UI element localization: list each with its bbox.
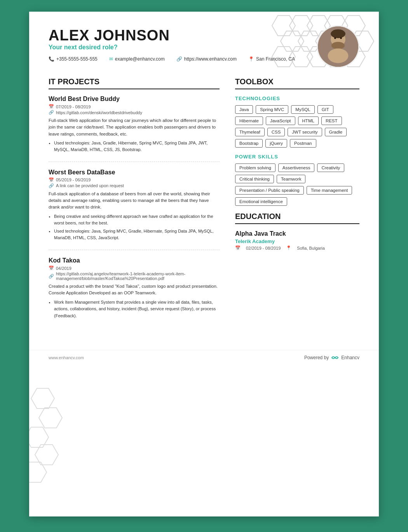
- it-projects-title: IT PROJECTS: [49, 77, 220, 89]
- avatar: [317, 25, 359, 68]
- candidate-role: Your next desired role?: [49, 44, 359, 51]
- skill-tag: Teamwork: [277, 175, 305, 183]
- svg-point-22: [331, 42, 345, 49]
- svg-point-25: [334, 37, 336, 39]
- skill-tag: Emotional intelligence: [235, 197, 287, 206]
- technology-tag: Hibernate: [235, 116, 263, 125]
- bullet-item: Used technologies: Java, Spring MVC, Gra…: [54, 228, 220, 242]
- svg-marker-15: [31, 388, 54, 409]
- phone-icon: 📞: [49, 56, 54, 62]
- technology-tag: CSS: [267, 128, 285, 136]
- technologies-tags: JavaSpring MVCMySQLGITHibernateJavaScrip…: [235, 105, 359, 148]
- technology-tag: Gradle: [325, 128, 347, 136]
- edu-institution: Telerik Academy: [235, 238, 359, 244]
- skill-tag: Creativity: [317, 163, 344, 172]
- link-icon: 🔗: [49, 274, 54, 279]
- project-bullets: Used technologies: Java, Gradle, Hiberna…: [49, 140, 220, 153]
- main-content: IT PROJECTS World Best Drive Buddy 📅 07/…: [29, 73, 379, 350]
- technology-tag: JWT security: [288, 128, 322, 136]
- candidate-name: ALEX JOHNSON: [49, 27, 359, 44]
- resume-page: ALEX JOHNSON Your next desired role? 📞 +…: [29, 12, 379, 516]
- website-value: https://www.enhancv.com: [184, 56, 237, 62]
- edu-meta: 📅 02/2019 - 08/2019 📍 Sofia, Bulgaria: [235, 245, 359, 250]
- right-column: TOOLBOX TECHNOLOGIES JavaSpring MVCMySQL…: [235, 73, 359, 334]
- bullet-item: Used technologies: Java, Gradle, Hiberna…: [54, 140, 220, 153]
- calendar-icon: 📅: [49, 104, 54, 109]
- footer: www.enhancv.com Powered by Enhancv: [29, 350, 379, 365]
- website-contact: 🔗 https://www.enhancv.com: [176, 56, 237, 62]
- project-link: 🔗 A link can be provided upon request: [49, 183, 220, 188]
- project-date: 📅 05/2019 - 06/2019: [49, 177, 220, 183]
- skill-tag: Critical thinking: [235, 175, 274, 183]
- technology-tag: jQuery: [265, 139, 287, 148]
- project-item: World Best Drive Buddy 📅 07/2019 - 08/20…: [49, 96, 220, 162]
- contact-info: 📞 +355-5555-555-555 ✉ example@enhancv.co…: [49, 56, 359, 62]
- technology-tag: GIT: [317, 105, 333, 114]
- location-contact: 📍 San Francisco, CA: [248, 56, 295, 62]
- calendar-icon: 📅: [235, 245, 241, 250]
- footer-brand: Powered by Enhancv: [304, 355, 359, 360]
- power-skills-subtitle: POWER SKILLS: [235, 154, 359, 160]
- project-description: Full-stack application of a database of …: [49, 191, 220, 211]
- bullet-item: Being creative and seeking different app…: [54, 213, 220, 227]
- avatar-image: [318, 26, 358, 67]
- edu-location: Sofia, Bulgaria: [297, 246, 325, 250]
- phone-value: +355-5555-555-555: [56, 56, 98, 62]
- calendar-icon: 📅: [49, 177, 54, 183]
- skill-tag: Time management: [307, 186, 352, 195]
- technology-tag: REST: [321, 116, 342, 125]
- link-icon: 🔗: [176, 56, 182, 62]
- phone-contact: 📞 +355-5555-555-555: [49, 56, 98, 62]
- header: ALEX JOHNSON Your next desired role? 📞 +…: [29, 12, 379, 73]
- project-bullets: Work Item Management System that provide…: [49, 299, 220, 320]
- location-value: San Francisco, CA: [256, 56, 295, 62]
- power-skills-tags: Problem solvingAssertivenessCreativityCr…: [235, 163, 359, 206]
- svg-marker-16: [39, 408, 62, 428]
- edu-degree: Alpha Java Track: [235, 230, 359, 237]
- email-icon: ✉: [109, 56, 113, 62]
- svg-point-24: [331, 30, 345, 38]
- project-description: Created a product with the brand "Kod Ta…: [49, 283, 220, 297]
- project-date: 📅 07/2019 - 08/2019: [49, 104, 220, 109]
- technology-tag: HTML: [298, 116, 319, 125]
- education-title: EDUCATION: [235, 212, 359, 224]
- link-icon: 🔗: [49, 183, 54, 188]
- calendar-icon: 📅: [49, 266, 54, 271]
- left-column: IT PROJECTS World Best Drive Buddy 📅 07/…: [49, 73, 235, 334]
- technology-tag: Java: [235, 105, 253, 114]
- technology-tag: Bootstrap: [235, 139, 263, 148]
- project-title: Kod Takoa: [49, 257, 220, 264]
- project-bullets: Being creative and seeking different app…: [49, 213, 220, 242]
- enhancv-logo-icon: [331, 355, 339, 360]
- technology-tag: MySQL: [291, 105, 314, 114]
- svg-point-23: [328, 49, 349, 63]
- education-item: Alpha Java Track Telerik Academy 📅 02/20…: [235, 230, 359, 250]
- hex-decoration-bottom: [29, 384, 72, 493]
- project-date: 📅 04/2019: [49, 266, 220, 271]
- project-title: Worst Beers DataBase: [49, 169, 220, 176]
- link-icon: 🔗: [49, 110, 54, 115]
- edu-date: 02/2019 - 08/2019: [246, 246, 281, 250]
- email-contact: ✉ example@enhancv.com: [109, 56, 165, 62]
- location-icon: 📍: [286, 245, 291, 250]
- skill-tag: Assertiveness: [278, 163, 315, 172]
- technology-tag: Thymeleaf: [235, 128, 265, 136]
- project-item: Kod Takoa 📅 04/2019 🔗 https://gitlab.com…: [49, 257, 220, 327]
- technology-tag: Postman: [290, 139, 316, 148]
- project-item: Worst Beers DataBase 📅 05/2019 - 06/2019…: [49, 169, 220, 250]
- email-value: example@enhancv.com: [115, 56, 165, 62]
- project-title: World Best Drive Buddy: [49, 96, 220, 103]
- skill-tag: Problem solving: [235, 163, 275, 172]
- footer-website: www.enhancv.com: [49, 355, 84, 360]
- bullet-item: Work Item Management System that provide…: [54, 299, 220, 320]
- project-link: 🔗 https://gitlab.com/aj.angelov/teamwork…: [49, 271, 220, 281]
- project-link: 🔗 https://gitlab.com/denski/worldbestdri…: [49, 110, 220, 115]
- skill-tag: Presentation / Public speaking: [235, 186, 304, 195]
- project-description: Full-stack Web application for sharing c…: [49, 117, 220, 137]
- technology-tag: JavaScript: [266, 116, 295, 125]
- svg-point-26: [340, 37, 342, 39]
- location-icon: 📍: [248, 56, 254, 62]
- technology-tag: Spring MVC: [256, 105, 288, 114]
